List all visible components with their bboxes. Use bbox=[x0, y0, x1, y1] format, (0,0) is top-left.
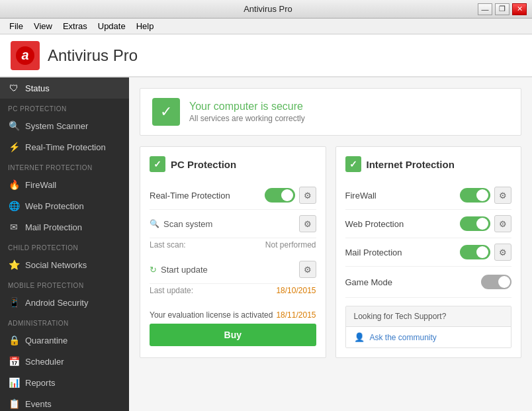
real-time-protection-toggle[interactable] bbox=[265, 188, 295, 203]
sidebar-item-status[interactable]: 🛡 Status bbox=[0, 77, 129, 99]
menu-help[interactable]: Help bbox=[131, 20, 159, 32]
internet-protection-panel: ✓ Internet Protection FireWall ⚙ Web Pr bbox=[335, 146, 522, 358]
sidebar-section-internet-protection: INTERNET PROTECTION bbox=[0, 158, 129, 174]
toggle-thumb-mp bbox=[476, 246, 488, 258]
star-icon: ⭐ bbox=[8, 259, 20, 271]
internet-protection-check-icon: ✓ bbox=[345, 156, 361, 172]
pc-protection-panel: ✓ PC Protection Real-Time Protection ⚙ bbox=[140, 146, 326, 358]
tech-support-box: Looking for Tech Support? 👤 Ask the comm… bbox=[345, 306, 512, 348]
license-date: 18/11/2015 bbox=[276, 310, 316, 320]
sidebar-label-web-protection: Web Protection bbox=[25, 201, 84, 211]
app-logo: a bbox=[11, 41, 40, 70]
menu-view[interactable]: View bbox=[28, 20, 58, 32]
community-icon: 👤 bbox=[354, 332, 365, 342]
pc-protection-check-icon: ✓ bbox=[150, 156, 165, 172]
app-name: Antivirus Pro bbox=[48, 46, 138, 65]
game-mode-toggle[interactable] bbox=[481, 275, 511, 289]
sidebar-item-quarantine[interactable]: 🔒 Quarantine bbox=[0, 330, 129, 351]
window-title: Antivirus Pro bbox=[58, 4, 478, 14]
sidebar-label-system-scanner: System Scanner bbox=[25, 121, 88, 131]
update-button[interactable]: ↻ Start update bbox=[150, 265, 208, 275]
lock-icon: 🔒 bbox=[8, 334, 20, 346]
menu-update[interactable]: Update bbox=[93, 20, 131, 32]
firewall-settings[interactable]: ⚙ bbox=[494, 187, 511, 204]
main-layout: 🛡 Status PC PROTECTION 🔍 System Scanner … bbox=[0, 77, 532, 411]
panels-row: ✓ PC Protection Real-Time Protection ⚙ bbox=[140, 146, 521, 358]
toggle-thumb bbox=[281, 189, 293, 201]
menu-extras[interactable]: Extras bbox=[58, 20, 93, 32]
update-info: Last update: 18/10/2015 bbox=[150, 284, 316, 297]
menu-file[interactable]: File bbox=[4, 20, 28, 32]
status-title: Your computer is secure bbox=[189, 101, 305, 113]
mail-protection-toggle[interactable] bbox=[460, 245, 490, 259]
sidebar-label-scheduler: Scheduler bbox=[25, 357, 64, 367]
sidebar-item-system-scanner[interactable]: 🔍 System Scanner bbox=[0, 115, 129, 136]
sidebar-item-social-networks[interactable]: ⭐ Social Networks bbox=[0, 254, 129, 275]
update-row: ↻ Start update ⚙ bbox=[150, 255, 316, 284]
scan-settings[interactable]: ⚙ bbox=[299, 215, 316, 232]
calendar-icon: 📅 bbox=[8, 355, 20, 367]
real-time-protection-row: Real-Time Protection ⚙ bbox=[150, 181, 316, 210]
sidebar-item-real-time-protection[interactable]: ⚡ Real-Time Protection bbox=[0, 136, 129, 158]
ask-community-link[interactable]: 👤 Ask the community bbox=[346, 327, 511, 347]
chart-icon: 📊 bbox=[8, 377, 20, 388]
sidebar-item-firewall[interactable]: 🔥 FireWall bbox=[0, 174, 129, 195]
sidebar-label-android-security: Android Security bbox=[25, 298, 88, 308]
content-area: ✓ Your computer is secure All services a… bbox=[129, 77, 532, 411]
scan-button[interactable]: 🔍 Scan system bbox=[150, 219, 212, 229]
close-button[interactable]: ✕ bbox=[512, 3, 527, 15]
ask-community-label: Ask the community bbox=[370, 333, 437, 342]
license-row: Your evaluation license is activated 18/… bbox=[150, 304, 316, 324]
sidebar-label-mail-protection: Mail Protection bbox=[25, 222, 82, 232]
sidebar-item-mail-protection[interactable]: ✉ Mail Protection bbox=[0, 216, 129, 238]
status-text: Your computer is secure All services are… bbox=[189, 101, 305, 123]
game-mode-label: Game Mode bbox=[345, 277, 393, 287]
scan-row: 🔍 Scan system ⚙ bbox=[150, 210, 316, 238]
internet-protection-title: Internet Protection bbox=[367, 159, 455, 170]
android-icon: 📱 bbox=[8, 297, 20, 308]
last-update-label: Last update: bbox=[150, 286, 193, 295]
sidebar-label-status: Status bbox=[25, 83, 50, 93]
status-subtitle: All services are working correctly bbox=[189, 114, 305, 123]
sidebar-item-reports[interactable]: 📊 Reports bbox=[0, 372, 129, 393]
sidebar-section-pc-protection: PC PROTECTION bbox=[0, 99, 129, 115]
globe-icon: 🌐 bbox=[8, 200, 20, 212]
firewall-toggle[interactable] bbox=[460, 188, 490, 203]
lightning-icon: ⚡ bbox=[8, 141, 20, 153]
sidebar-item-scheduler[interactable]: 📅 Scheduler bbox=[0, 351, 129, 372]
web-protection-controls: ⚙ bbox=[460, 215, 511, 232]
mail-protection-row: Mail Protection ⚙ bbox=[345, 238, 512, 267]
titlebar: Antivirus Pro — ❐ ✕ bbox=[0, 0, 532, 19]
web-protection-settings[interactable]: ⚙ bbox=[494, 215, 511, 232]
last-scan-label: Last scan: bbox=[150, 240, 186, 250]
mail-protection-settings[interactable]: ⚙ bbox=[494, 244, 511, 261]
last-scan-value: Not performed bbox=[265, 240, 316, 250]
real-time-protection-controls: ⚙ bbox=[265, 187, 316, 204]
pc-protection-header: ✓ PC Protection bbox=[150, 156, 316, 172]
sidebar-item-android-security[interactable]: 📱 Android Security bbox=[0, 292, 129, 313]
web-protection-label: Web Protection bbox=[345, 219, 404, 229]
search-small-icon: 🔍 bbox=[150, 219, 159, 228]
menubar: File View Extras Update Help bbox=[0, 19, 532, 34]
sidebar-label-social-networks: Social Networks bbox=[25, 260, 87, 270]
sidebar-item-events[interactable]: 📋 Events bbox=[0, 393, 129, 411]
last-update-value: 18/10/2015 bbox=[276, 286, 316, 295]
mail-icon: ✉ bbox=[8, 221, 20, 233]
sidebar-label-quarantine: Quarantine bbox=[25, 336, 67, 345]
real-time-protection-settings[interactable]: ⚙ bbox=[299, 187, 316, 204]
toggle-thumb-fw bbox=[476, 189, 488, 201]
game-mode-row: Game Mode bbox=[345, 267, 512, 298]
game-mode-thumb bbox=[498, 276, 510, 288]
status-check-icon: ✓ bbox=[152, 98, 180, 126]
app-header: a Antivirus Pro bbox=[0, 34, 532, 77]
sidebar-item-web-protection[interactable]: 🌐 Web Protection bbox=[0, 195, 129, 216]
restore-button[interactable]: ❐ bbox=[495, 3, 510, 15]
web-protection-toggle[interactable] bbox=[460, 216, 490, 231]
web-protection-row: Web Protection ⚙ bbox=[345, 210, 512, 238]
sidebar-section-administration: ADMINISTRATION bbox=[0, 313, 129, 330]
buy-button[interactable]: Buy bbox=[150, 324, 316, 346]
toggle-thumb-wp bbox=[476, 218, 488, 230]
update-settings[interactable]: ⚙ bbox=[299, 261, 316, 278]
status-banner: ✓ Your computer is secure All services a… bbox=[140, 88, 521, 136]
minimize-button[interactable]: — bbox=[478, 3, 492, 15]
